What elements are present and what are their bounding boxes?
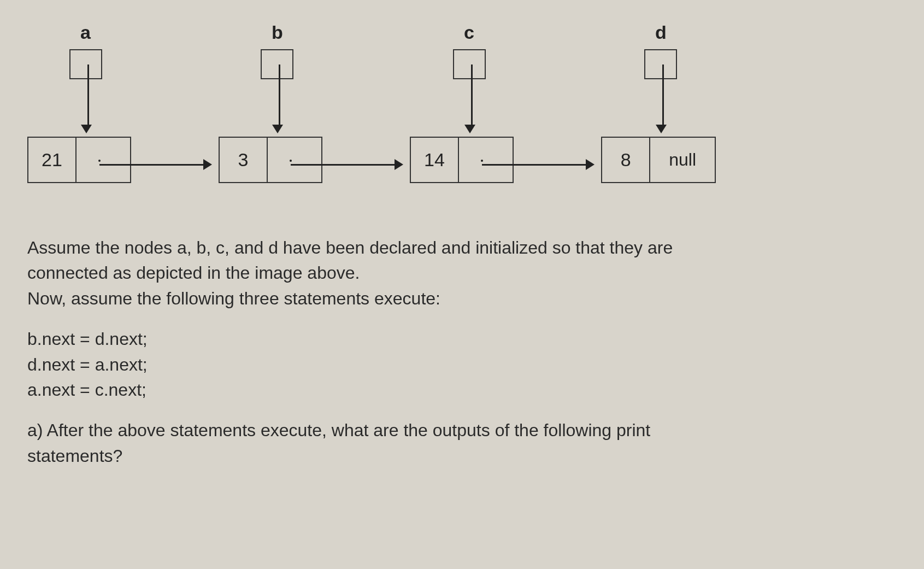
intro-line-1: Assume the nodes a, b, c, and d have bee… xyxy=(27,235,897,260)
arrow-c-to-d xyxy=(482,159,595,170)
statement-3: a.next = c.next; xyxy=(27,377,897,402)
question-line-2: statements? xyxy=(27,443,897,468)
node-d: 8 null xyxy=(601,137,716,183)
statement-1: b.next = d.next; xyxy=(27,326,897,351)
arrow-down-a xyxy=(85,64,92,133)
arrow-down-d xyxy=(660,64,667,133)
node-c-value: 14 xyxy=(411,138,459,182)
node-d-next: null xyxy=(650,138,715,182)
code-statements: b.next = d.next; d.next = a.next; a.next… xyxy=(27,326,897,402)
pointer-label-a: a xyxy=(80,22,91,43)
node-b-value: 3 xyxy=(220,138,268,182)
arrow-down-c xyxy=(469,64,475,133)
intro-text: Assume the nodes a, b, c, and d have bee… xyxy=(27,235,897,311)
intro-line-3: Now, assume the following three statemen… xyxy=(27,286,897,311)
pointer-label-b: b xyxy=(272,22,283,43)
question-a: a) After the above statements execute, w… xyxy=(27,418,897,468)
node-d-value: 8 xyxy=(602,138,650,182)
linked-list-diagram: a b c d 21 3 xyxy=(27,22,897,219)
node-a-value: 21 xyxy=(28,138,76,182)
pointer-label-c: c xyxy=(464,22,474,43)
question-line-1: a) After the above statements execute, w… xyxy=(27,418,897,443)
arrow-down-b xyxy=(276,64,283,133)
arrow-b-to-c xyxy=(291,159,403,170)
pointer-label-d: d xyxy=(655,22,667,43)
statement-2: d.next = a.next; xyxy=(27,352,897,377)
intro-line-2: connected as depicted in the image above… xyxy=(27,260,897,285)
arrow-a-to-b xyxy=(99,159,212,170)
